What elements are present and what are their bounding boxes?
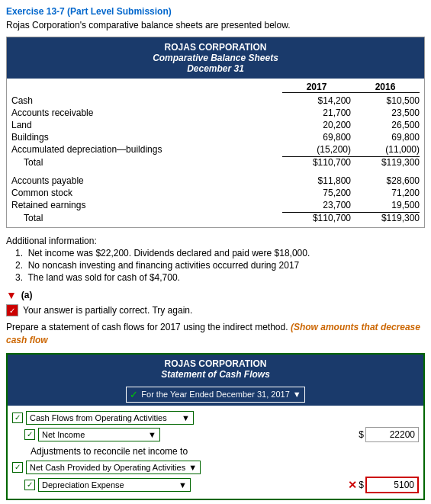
bs-row-land: Land 20,200 26,500 [7,119,424,131]
cf-depreciation-input-group: ✕ $ [348,477,419,493]
section-a-header: ▼ (a) [6,289,425,301]
bs-header: ROJAS CORPORATION Comparative Balance Sh… [7,37,424,79]
cf-date-option: For the Year Ended December 31, 2017 [141,390,289,399]
bs-cash-2016: $10,500 [351,95,420,106]
bs-asset-total-2016: $119,300 [351,156,420,168]
bs-divider [7,169,424,175]
bs-retained-2017: 23,700 [282,200,351,210]
additional-info-heading: Additional information: [6,236,425,246]
cf-depreciation-label: Depreciation Expense [42,480,124,490]
cf-operating-row: ✓ Cash Flows from Operating Activities ▼ [12,411,419,425]
bs-buildings-2016: 69,800 [351,132,420,143]
bs-label-buildings: Buildings [11,132,282,143]
cf-net-income-input-group: $ [359,427,419,442]
exercise-title: Exercise 13-7 (Part Level Submission) [6,6,425,17]
cf-net-income-input[interactable] [365,427,419,442]
intro-text: Rojas Corporation's comparative balance … [6,20,425,30]
bs-accum-dep-2016: (11,000) [351,144,420,155]
bs-title1: Comparative Balance Sheets [10,53,421,63]
cash-flow-statement: ROJAS CORPORATION Statement of Cash Flow… [6,353,425,500]
bs-retained-2016: 19,500 [351,200,420,210]
cf-net-income-checkbox: ✓ [24,429,35,440]
bs-year-2016: 2016 [351,82,420,93]
prepare-text: Prepare a statement of cash flows for 20… [6,321,425,347]
bs-ar-2016: 23,500 [351,108,420,118]
partial-correct-text: Your answer is partially correct. Try ag… [23,305,192,316]
cf-net-income-arrow-icon: ▼ [148,430,156,439]
cf-net-income-label: Net Income [42,430,85,439]
cf-corp-name: ROJAS CORPORATION [11,358,420,369]
cf-operating-checkbox: ✓ [12,413,23,423]
bs-label-cash: Cash [11,95,282,106]
additional-info-item2: 2. No noncash investing and financing ac… [15,260,425,271]
cf-depreciation-arrow-icon: ▼ [179,480,187,490]
cf-operating-label: Cash Flows from Operating Activities [30,413,167,422]
cf-depreciation-select[interactable]: Depreciation Expense ▼ [38,478,191,492]
bs-asset-total-2017: $110,700 [282,156,351,168]
balance-sheet-container: ROJAS CORPORATION Comparative Balance Sh… [6,37,425,228]
cf-adj-text: Adjustments to reconcile net income to [12,445,419,458]
bs-label-asset-total: Total [11,157,282,168]
bs-label-land: Land [11,120,282,130]
partial-check-icon: ✓ [6,304,18,316]
bs-ap-2017: $11,800 [282,175,351,186]
bs-ar-2017: 21,700 [282,108,351,118]
section-a-label: (a) [21,290,33,300]
bs-label-common-stock: Common stock [11,188,282,198]
bs-ap-2016: $28,600 [351,175,420,186]
bs-column-headers: 2017 2016 [7,79,424,95]
additional-info-item3: 3. The land was sold for cash of $4,700. [15,272,425,283]
bs-common-stock-2016: 71,200 [351,188,420,198]
bs-row-liab-total: Total $110,700 $119,300 [7,211,424,224]
bs-label-ap: Accounts payable [11,175,282,186]
cf-operating-arrow-icon: ▼ [182,413,190,422]
cf-body: ✓ Cash Flows from Operating Activities ▼… [8,406,423,499]
bs-title2: December 31 [10,63,421,74]
cf-header: ROJAS CORPORATION Statement of Cash Flow… [8,355,423,384]
triangle-icon: ▼ [6,289,17,301]
bs-liab-total-2017: $110,700 [282,212,351,223]
bs-row-retained: Retained earnings 23,700 19,500 [7,199,424,211]
partial-correct-msg: ✓ Your answer is partially correct. Try … [6,304,425,316]
cf-date-row: ✓ For the Year Ended December 31, 2017 ▼ [8,384,423,406]
cf-net-cash-label: Net Cash Provided by Operating Activitie… [30,463,185,472]
cf-date-select[interactable]: ✓ For the Year Ended December 31, 2017 ▼ [126,387,304,403]
cf-net-cash-select[interactable]: Net Cash Provided by Operating Activitie… [26,461,201,474]
cf-date-arrow-icon: ▼ [293,390,301,399]
x-mark-icon: ✕ [348,479,357,491]
bs-row-accum-dep: Accumulated depreciation—buildings (15,2… [7,143,424,156]
bs-row-asset-total: Total $110,700 $119,300 [7,156,424,169]
cf-net-income-select[interactable]: Net Income ▼ [38,428,160,441]
cf-depreciation-row: ✓ Depreciation Expense ▼ ✕ $ [12,477,419,493]
cf-subtitle: Statement of Cash Flows [11,369,420,380]
bs-cash-2017: $14,200 [282,95,351,106]
bs-common-stock-2017: 75,200 [282,188,351,198]
bs-label-retained: Retained earnings [11,200,282,210]
bs-row-ar: Accounts receivable 21,700 23,500 [7,107,424,119]
bs-row-cash: Cash $14,200 $10,500 [7,95,424,107]
cf-net-cash-arrow-icon: ▼ [188,463,197,472]
cf-net-cash-row: ✓ Net Cash Provided by Operating Activit… [12,461,419,474]
cf-depreciation-dollar: $ [359,480,364,490]
bs-liab-total-2016: $119,300 [351,212,420,223]
cf-net-income-row: ✓ Net Income ▼ $ [12,427,419,442]
additional-info: Additional information: 1. Net income wa… [6,236,425,283]
bs-row-ap: Accounts payable $11,800 $28,600 [7,175,424,187]
bs-row-buildings: Buildings 69,800 69,800 [7,131,424,143]
cf-date-checkmark: ✓ [130,389,138,400]
bs-buildings-2017: 69,800 [282,132,351,143]
bs-label-ar: Accounts receivable [11,108,282,118]
cf-net-income-dollar: $ [359,429,364,440]
cf-depreciation-input[interactable] [365,477,419,493]
additional-info-item1: 1. Net income was $22,200. Dividends dec… [15,248,425,258]
bs-accum-dep-2017: (15,200) [282,144,351,155]
cf-operating-select[interactable]: Cash Flows from Operating Activities ▼ [26,411,194,425]
bs-land-2016: 26,500 [351,120,420,130]
bs-year-2017: 2017 [282,82,351,93]
bs-corp-name: ROJAS CORPORATION [10,42,421,53]
bs-label-accum-dep: Accumulated depreciation—buildings [11,144,282,155]
bs-row-common-stock: Common stock 75,200 71,200 [7,187,424,199]
cf-net-cash-checkbox: ✓ [12,462,23,473]
cf-depreciation-checkbox: ✓ [24,480,35,490]
bs-label-liab-total: Total [11,213,282,223]
